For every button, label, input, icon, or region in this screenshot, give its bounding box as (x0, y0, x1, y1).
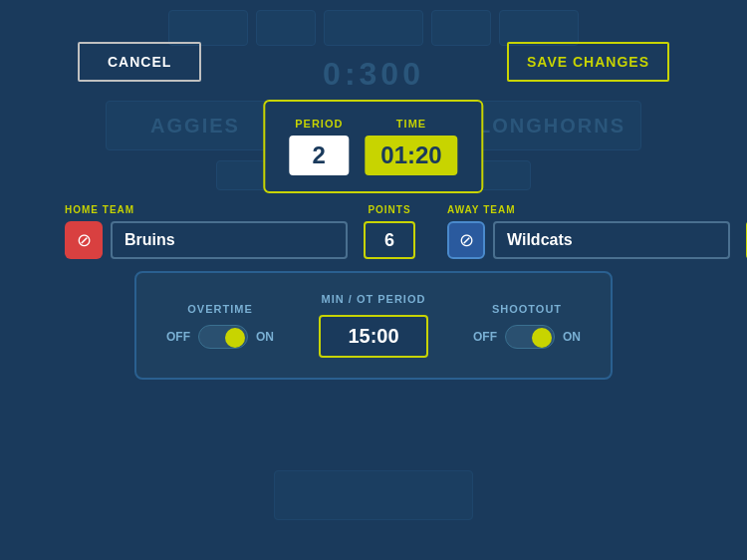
shootout-group: SHOOTOUT OFF ON (473, 303, 581, 349)
overtime-off-label: OFF (166, 330, 190, 344)
overtime-toggle-row: OFF ON (166, 325, 274, 349)
shootout-label: SHOOTOUT (492, 303, 562, 315)
period-value: 2 (289, 136, 349, 175)
ot-period-label: MIN / OT PERIOD (322, 293, 426, 305)
ot-period-input[interactable] (319, 315, 428, 358)
ot-period-group: MIN / OT PERIOD (319, 293, 428, 358)
shootout-toggle[interactable] (505, 325, 555, 349)
time-box: TIME 01:20 (365, 118, 457, 175)
period-label: PERIOD (295, 118, 343, 130)
home-points-group: POINTS 6 (364, 204, 415, 259)
overtime-toggle[interactable] (198, 325, 248, 349)
period-box: PERIOD 2 (289, 118, 349, 175)
away-team-icon: ⊘ (459, 229, 474, 251)
overtime-on-label: ON (256, 330, 274, 344)
away-team-label: AWAY TEAM (447, 204, 730, 215)
teams-section: HOME TEAM ⊘ POINTS 6 AWAY TEAM ⊘ (65, 204, 682, 259)
home-team-input[interactable] (111, 221, 348, 259)
modal-overlay: CANCEL SAVE CHANGES PERIOD 2 TIME 01:20 … (0, 0, 747, 560)
shootout-toggle-thumb (532, 328, 552, 348)
shootout-off-label: OFF (473, 330, 497, 344)
home-team-icon-button[interactable]: ⊘ (65, 221, 103, 259)
shootout-on-label: ON (563, 330, 581, 344)
away-team-icon-button[interactable]: ⊘ (447, 221, 485, 259)
overtime-toggle-thumb (225, 328, 245, 348)
save-changes-button[interactable]: SAVE CHANGES (507, 42, 669, 82)
time-label: TIME (396, 118, 426, 130)
home-points-label: POINTS (368, 204, 410, 215)
overtime-group: OVERTIME OFF ON (166, 303, 274, 349)
shootout-toggle-row: OFF ON (473, 325, 581, 349)
home-points-value: 6 (364, 221, 415, 259)
settings-panel: OVERTIME OFF ON MIN / OT PERIOD SHOOTOUT… (134, 271, 613, 380)
time-value: 01:20 (365, 136, 457, 175)
away-team-input[interactable] (493, 221, 730, 259)
bg-bottom-section (274, 470, 473, 520)
cancel-button[interactable]: CANCEL (78, 42, 201, 82)
overtime-label: OVERTIME (187, 303, 252, 315)
home-team-label: HOME TEAM (65, 204, 348, 215)
away-team-input-row: ⊘ (447, 221, 730, 259)
away-team-group: AWAY TEAM ⊘ (447, 204, 730, 259)
period-time-card: PERIOD 2 TIME 01:20 (263, 100, 483, 193)
home-team-group: HOME TEAM ⊘ (65, 204, 348, 259)
home-team-icon: ⊘ (77, 229, 92, 251)
home-team-input-row: ⊘ (65, 221, 348, 259)
